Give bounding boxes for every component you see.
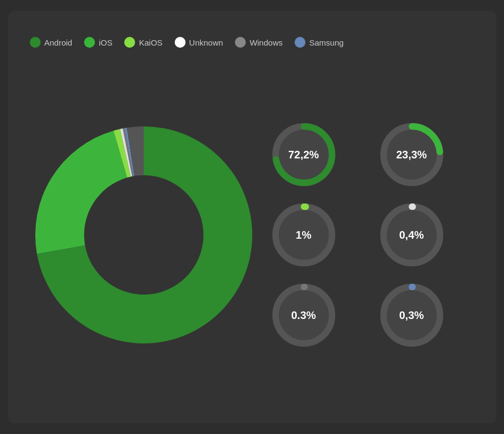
- legend-label-unknown: Unknown: [189, 38, 224, 47]
- legend-item-kaios: KaiOS: [124, 37, 162, 48]
- legend-item-ios: iOS: [84, 37, 112, 48]
- legend-dot-kaios: [124, 37, 135, 48]
- mini-label-ios: 23,3%: [396, 149, 427, 161]
- mini-chart-windows: 0.3%: [269, 280, 339, 350]
- mini-chart-android: 72,2%: [269, 119, 339, 190]
- legend-dot-windows: [235, 37, 246, 48]
- legend-dot-samsung: [295, 37, 305, 48]
- legend-item-samsung: Samsung: [295, 37, 343, 48]
- mini-chart-ios: 23,3%: [377, 119, 447, 190]
- legend-dot-ios: [84, 37, 95, 48]
- legend-label-ios: iOS: [99, 38, 112, 47]
- mini-label-android: 72,2%: [288, 149, 319, 161]
- mini-charts-grid: 72,2%23,3%1%0,4%0.3%0,3%: [269, 119, 475, 350]
- mini-chart-unknown: 0,4%: [377, 200, 447, 270]
- legend-dot-unknown: [175, 37, 186, 48]
- legend-dot-android: [30, 37, 41, 48]
- mini-label-windows: 0.3%: [291, 309, 316, 322]
- mini-label-samsung: 0,3%: [399, 309, 424, 322]
- mini-label-kaios: 1%: [296, 229, 311, 241]
- mini-chart-kaios: 1%: [269, 200, 339, 270]
- main-donut-chart: [30, 121, 258, 349]
- legend-label-samsung: Samsung: [309, 38, 343, 47]
- donut-segment-ios: [35, 131, 127, 254]
- main-container: Android iOS KaiOS Unknown Windows Samsun…: [8, 11, 496, 423]
- legend-item-windows: Windows: [235, 37, 283, 48]
- legend-label-windows: Windows: [250, 38, 283, 47]
- mini-label-unknown: 0,4%: [399, 229, 424, 241]
- legend: Android iOS KaiOS Unknown Windows Samsun…: [30, 37, 475, 48]
- legend-label-kaios: KaiOS: [139, 38, 162, 47]
- chart-area: 72,2%23,3%1%0,4%0.3%0,3%: [30, 63, 475, 407]
- legend-label-android: Android: [44, 38, 73, 47]
- legend-item-android: Android: [30, 37, 73, 48]
- mini-chart-samsung: 0,3%: [377, 280, 447, 350]
- legend-item-unknown: Unknown: [175, 37, 224, 48]
